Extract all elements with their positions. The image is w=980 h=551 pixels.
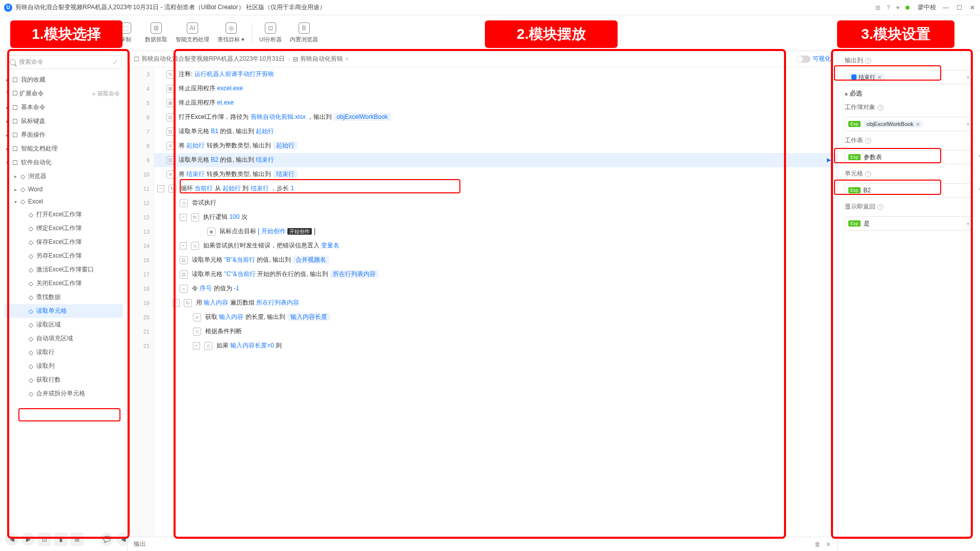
code-line-5[interactable]: ⊠终止应用程序 et.exe [154, 96, 837, 110]
bt-back[interactable]: ◀ [5, 533, 18, 546]
excel-merge-split[interactable]: ◇ 合并或拆分单元格 [4, 387, 123, 400]
prop-cell-label: 单元格? [845, 169, 973, 178]
output-label: 输出 [134, 540, 146, 548]
code-line-4[interactable]: ⊠终止应用程序 excel.exe [154, 82, 837, 96]
annotation-2-label: 2.模块摆放 [485, 20, 618, 48]
excel-bind[interactable]: ◇ 绑定Excel工作簿 [4, 221, 123, 235]
excel-save[interactable]: ◇ 保存Excel工作簿 [4, 235, 123, 249]
titlebar: U 剪映自动化混合裂变视频RPA机器人2023年10月31日 - 流程创造者（U… [0, 0, 980, 15]
tree-ui[interactable]: ▸☐ 界面操作 [4, 128, 123, 142]
tree-browser[interactable]: ▸◇ 浏览器 [4, 169, 123, 183]
excel-activate[interactable]: ◇ 激活Excel工作簿窗口 [4, 263, 123, 277]
bottom-toolbar: ◀ ▶ ⊡ ▮ ⊞ 💬 ◀ [5, 533, 130, 546]
chip-remove-icon[interactable]: ✕ [877, 74, 881, 80]
user-name[interactable]: 廖中校 [918, 3, 936, 12]
expand-icon[interactable]: ⤢ [112, 59, 117, 66]
code-line-6[interactable]: ⊡打开Excel工作簿，路径为 剪映自动化剪辑.xlsx ，输出到 objExc… [154, 110, 837, 124]
app-icon: U [4, 4, 12, 12]
excel-read-col[interactable]: ◇ 读取列 [4, 359, 123, 373]
prop-workbook-label: 工作簿对象? [845, 103, 973, 112]
crumb-flow[interactable]: ⊟ 剪映自动化剪辑 ✕ [293, 55, 349, 63]
tree-mouse[interactable]: ▸☐ 鼠标键盘 [4, 114, 123, 128]
prop-sheet-field[interactable]: Exp 参数表 ✎ [845, 150, 973, 164]
excel-save-as[interactable]: ◇ 另存Excel工作簿 [4, 249, 123, 263]
builtin-browser-button[interactable]: B内置浏览器 [286, 20, 322, 45]
excel-close[interactable]: ◇ 关闭Excel工作簿 [4, 277, 123, 290]
maximize-icon[interactable]: ☐ [955, 4, 963, 11]
bt-play[interactable]: ▶ [21, 533, 35, 546]
annotation-3-label: 3.模块设置 [837, 20, 954, 48]
code-line-13[interactable]: ◉鼠标点击目标 [ 开始创作 开始创作 ] [154, 224, 837, 239]
run-step-icon[interactable]: ▶ [827, 157, 831, 163]
output-panel[interactable]: 输出 🗑 ✕ [128, 537, 837, 551]
prop-show-return-label: 显示即返回? [845, 203, 973, 211]
prop-output-field[interactable]: 结束行✕ ▾ [845, 70, 973, 84]
code-line-21b[interactable]: −◇如果 输入内容长度=0 则 [154, 339, 837, 353]
tree-smart[interactable]: ▸☐ 智能文档处理 [4, 142, 123, 156]
code-line-17[interactable]: ⊡读取单元格 "C"&当前行 开始的所在行的值, 输出到 所在行列表内容 [154, 267, 837, 282]
minimize-icon[interactable]: — [942, 4, 949, 11]
prop-output-label: 输出到? [845, 56, 973, 65]
tree-auto[interactable]: ▾☐ 软件自动化 [4, 156, 123, 169]
close-icon[interactable]: ✕ [969, 4, 976, 11]
code-line-16[interactable]: ⊡读取单元格 "B"&当前行 的值, 输出到 合并视频名 [154, 253, 837, 267]
data-capture-button[interactable]: ⊞数据抓取 [141, 20, 172, 45]
excel-read-range[interactable]: ◇ 读取区域 [4, 318, 123, 332]
editor: ☐ 剪映自动化混合裂变视频RPA机器人2023年10月31日 › ⊟ 剪映自动化… [128, 51, 837, 551]
properties-panel: 输出到? 结束行✕ ▾ ▴必选 工作簿对象? Exp objExcelWorkB… [837, 51, 980, 551]
help-icon[interactable]: ? [887, 4, 890, 11]
code-line-12b[interactable]: −↻执行逻辑 100 次 [154, 210, 837, 224]
bt-cam[interactable]: ▮ [54, 533, 67, 546]
smart-doc-button[interactable]: AI智能文档处理 [172, 20, 213, 45]
ui-analyzer-button[interactable]: ⊡UI分析器 [255, 20, 286, 45]
required-section[interactable]: ▴必选 [845, 89, 973, 98]
prop-show-return-field[interactable]: Exp 是 ▾ [845, 216, 973, 231]
chevron-down-icon[interactable]: ▾ [967, 74, 969, 80]
code-line-3[interactable]: ✎注释: 运行机器人前请手动打开剪映 [154, 67, 837, 82]
excel-read-cell[interactable]: ◇ 读取单元格 [4, 304, 123, 318]
tree-ext[interactable]: ▾☐ 扩展命令+ 获取命令 [4, 87, 123, 101]
code-line-19[interactable]: −↻用 输入内容 遍历数组 所在行列表内容 [154, 296, 837, 310]
bt-chat[interactable]: 💬 [100, 533, 113, 546]
code-line-20[interactable]: ≡获取 输入内容 的长度, 输出到 输入内容长度 [154, 310, 837, 324]
output-close-icon[interactable]: ✕ [826, 541, 831, 548]
app-title: 剪映自动化混合裂变视频RPA机器人2023年10月31日 - 流程创造者（UiB… [15, 3, 326, 12]
code-line-8[interactable]: #将 起始行 转换为整数类型, 输出到 起始行 [154, 139, 837, 153]
prop-workbook-field[interactable]: Exp objExcelWorkBook✕ ▾ [845, 117, 973, 131]
bt-collapse[interactable]: ◀ [116, 533, 130, 546]
excel-read-row[interactable]: ◇ 读取行 [4, 345, 123, 359]
code-line-7[interactable]: ⊡读取单元格 B1 的值, 输出到 起始行 [154, 124, 837, 139]
excel-row-count[interactable]: ◇ 获取行数 [4, 373, 123, 387]
status-dot [905, 6, 910, 10]
excel-find[interactable]: ◇ 查找数据 [4, 290, 123, 304]
code-line-14[interactable]: −◇如果尝试执行时发生错误，把错误信息置入 变量名 [154, 239, 837, 253]
code-line-21a[interactable]: ◇根据条件判断 [154, 324, 837, 339]
code-line-18[interactable]: =令 序号 的值为 -1 [154, 282, 837, 296]
code-line-11[interactable]: −↻循环 当前行 从 起始行 到 结束行 ，步长 1 [154, 182, 837, 196]
tree-favorites[interactable]: ▸☐ 我的收藏 [4, 73, 123, 87]
tree-basic[interactable]: ▸☐ 基本命令 [4, 101, 123, 114]
code-area[interactable]: ✎注释: 运行机器人前请手动打开剪映 ⊠终止应用程序 excel.exe ⊠终止… [154, 67, 837, 537]
collapse-icon[interactable]: − [157, 185, 164, 192]
bt-rec[interactable]: ⊡ [38, 533, 51, 546]
gutter: 345678910111212131416171819202121 [128, 67, 154, 537]
output-trash-icon[interactable]: 🗑 [815, 541, 821, 548]
visual-toggle[interactable]: 可视化 [796, 55, 831, 63]
search-input[interactable]: 搜索命令 ⤢ [5, 55, 122, 69]
prop-cell-field[interactable]: Exp B2 ✎ [845, 183, 973, 197]
code-line-10[interactable]: #将 结束行 转换为整数类型, 输出到 结束行 [154, 167, 837, 182]
command-tree: ▸☐ 我的收藏 ▾☐ 扩展命令+ 获取命令 ▸☐ 基本命令 ▸☐ 鼠标键盘 ▸☐… [0, 73, 127, 547]
tree-excel[interactable]: ▾◇ Excel [4, 195, 123, 208]
tree-word[interactable]: ▸◇ Word [4, 183, 123, 195]
bt-grid[interactable]: ⊞ [70, 533, 84, 546]
apps-icon[interactable]: ⊞ [875, 4, 880, 11]
excel-autofill[interactable]: ◇ 自动填充区域 [4, 332, 123, 345]
get-command-button[interactable]: + 获取命令 [92, 90, 120, 97]
crumb-root[interactable]: ☐ 剪映自动化混合裂变视频RPA机器人2023年10月31日 [134, 55, 285, 63]
excel-open[interactable]: ◇ 打开Excel工作簿 [4, 208, 123, 221]
search-icon [10, 59, 16, 65]
find-target-button[interactable]: ◎查找目标 ▾ [213, 20, 249, 45]
code-line-9[interactable]: ⊡读取单元格 B2 的值, 输出到 结束行▶ [154, 153, 837, 167]
sidebar: 搜索命令 ⤢ ▸☐ 我的收藏 ▾☐ 扩展命令+ 获取命令 ▸☐ 基本命令 ▸☐ … [0, 51, 128, 551]
code-line-12a[interactable]: ◇尝试执行 [154, 196, 837, 210]
